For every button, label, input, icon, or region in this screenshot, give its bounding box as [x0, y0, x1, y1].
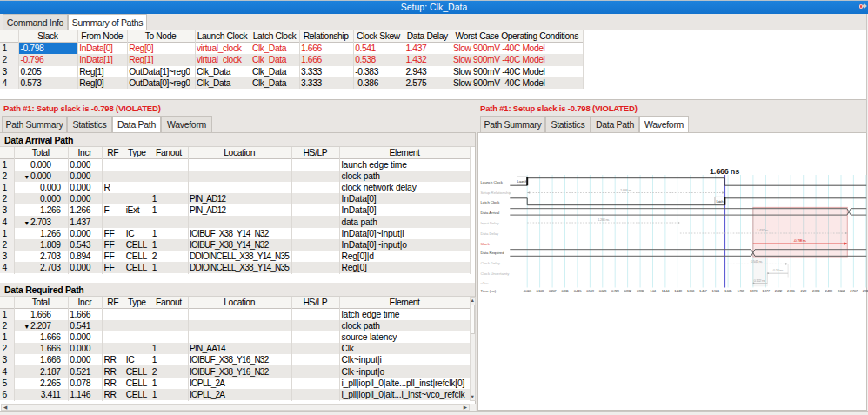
svg-text:Clock Uncertainty: Clock Uncertainty: [480, 271, 510, 275]
svg-text:0.728: 0.728: [611, 288, 619, 292]
svg-text:0.832: 0.832: [624, 288, 631, 292]
svg-text:0.207: 0.207: [548, 288, 556, 292]
svg-text:uTsu: uTsu: [480, 281, 489, 285]
svg-text:1.769: 1.769: [737, 288, 744, 292]
svg-text:2.498: 2.498: [825, 288, 832, 292]
svg-text:2.29: 2.29: [800, 288, 806, 292]
svg-text:0.311: 0.311: [561, 288, 569, 292]
svg-text:Data Arrival: Data Arrival: [480, 210, 499, 214]
svg-text:Launch Clock: Launch Clock: [480, 180, 503, 184]
svg-text:Setup Relationship: Setup Relationship: [480, 191, 511, 195]
svg-text:0.103: 0.103: [536, 288, 544, 292]
svg-text:2.186: 2.186: [787, 288, 795, 292]
svg-text:1.04: 1.04: [650, 288, 656, 292]
svg-text:0.519: 0.519: [586, 288, 594, 292]
svg-text:2.082: 2.082: [774, 288, 782, 292]
svg-text:0.541 ns: 0.541 ns: [750, 258, 762, 263]
svg-text:2.707: 2.707: [850, 288, 858, 292]
svg-text:1.977: 1.977: [762, 288, 770, 292]
svg-text:1.248: 1.248: [674, 288, 682, 292]
svg-text:1.457: 1.457: [699, 288, 707, 292]
svg-text:-0.798 ns: -0.798 ns: [793, 238, 807, 243]
svg-text:-0.10 ns: -0.10 ns: [771, 268, 784, 272]
svg-text:Time (ns): Time (ns): [480, 289, 496, 293]
svg-text:Input Delay: Input Delay: [480, 220, 499, 224]
svg-text:2.394: 2.394: [811, 288, 819, 292]
svg-text:1.437 ns: 1.437 ns: [756, 228, 768, 232]
svg-text:0.623: 0.623: [598, 288, 606, 292]
svg-text:1.144: 1.144: [661, 288, 669, 292]
svg-text:2.811: 2.811: [862, 288, 867, 292]
svg-text:0.415: 0.415: [573, 288, 581, 292]
svg-text:1.873: 1.873: [749, 288, 757, 292]
svg-text:Slack: Slack: [480, 241, 490, 245]
svg-text:1.666 ns: 1.666 ns: [710, 166, 739, 175]
svg-text:Latch: Latch: [716, 200, 723, 204]
svg-text:-0.001: -0.001: [523, 288, 531, 292]
svg-text:1.353: 1.353: [686, 288, 694, 292]
svg-text:Data Delay: Data Delay: [480, 231, 499, 235]
svg-text:1.666 ns: 1.666 ns: [619, 187, 631, 191]
svg-text:Latch Clock: Latch Clock: [480, 199, 500, 204]
svg-text:2.602: 2.602: [837, 288, 845, 292]
svg-text:Launch: Launch: [517, 179, 526, 183]
svg-text:1.561: 1.561: [711, 288, 719, 292]
svg-text:Clock Delay: Clock Delay: [480, 261, 500, 265]
svg-text:Data Required: Data Required: [480, 251, 504, 255]
svg-text:0.122 ns: 0.122 ns: [753, 278, 765, 282]
svg-text:1.665: 1.665: [724, 288, 731, 292]
svg-text:0.936: 0.936: [636, 288, 644, 292]
svg-text:1.266 ns: 1.266 ns: [597, 218, 609, 222]
